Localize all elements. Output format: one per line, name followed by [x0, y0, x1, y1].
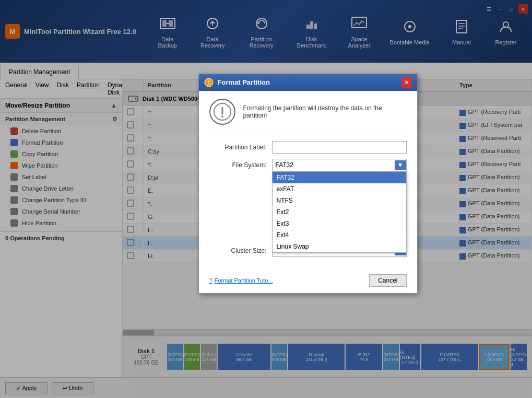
dialog-warning: Formating the partition will destroy the… — [209, 99, 407, 133]
dialog-close-button[interactable]: ✕ — [401, 77, 412, 88]
dialog-footer: ? Format Partition Tuto... Cancel — [199, 270, 417, 293]
dropdown-option-ext2[interactable]: Ext2 — [273, 206, 406, 218]
file-system-value: FAT32 — [276, 161, 393, 169]
dialog-buttons: Cancel — [369, 274, 406, 287]
dialog-body: Formating the partition will destroy the… — [199, 91, 417, 270]
file-system-label: File System: — [209, 161, 267, 169]
svg-point-31 — [221, 115, 223, 118]
warning-icon — [209, 99, 235, 125]
form-row-partition-label: Partition Label: — [209, 141, 407, 154]
dialog-titlebar: ! Format Partition ✕ — [199, 74, 417, 91]
dropdown-option-ext4[interactable]: Ext4 — [273, 229, 406, 241]
dialog-title: Format Partition — [218, 78, 270, 86]
svg-text:!: ! — [208, 79, 210, 86]
cluster-size-label: Cluster Size: — [209, 247, 267, 254]
form-row-filesystem: File System: FAT32 ▼ FAT32 exFAT NTFS Ex… — [209, 159, 407, 171]
dropdown-option-fat32[interactable]: FAT32 — [273, 172, 406, 183]
dropdown-option-linux-swap[interactable]: Linux Swap — [273, 241, 406, 252]
dropdown-option-ntfs[interactable]: NTFS — [273, 195, 406, 206]
tutorial-link[interactable]: ? Format Partition Tuto... — [209, 277, 273, 284]
format-partition-dialog: ! Format Partition ✕ Formating the parti… — [198, 74, 418, 294]
file-system-dropdown: FAT32 exFAT NTFS Ext2 Ext3 Ext4 Linux Sw… — [272, 171, 407, 253]
partition-label-label: Partition Label: — [209, 144, 267, 151]
dropdown-arrow-icon: ▼ — [395, 160, 406, 170]
dropdown-option-ext3[interactable]: Ext3 — [273, 218, 406, 229]
dialog-overlay: ! Format Partition ✕ Formating the parti… — [0, 0, 532, 398]
dialog-title-left: ! Format Partition — [204, 78, 270, 87]
cancel-button[interactable]: Cancel — [369, 274, 406, 287]
dialog-warning-text: Formating the partition will destroy the… — [243, 104, 407, 119]
file-system-select[interactable]: FAT32 ▼ — [272, 159, 407, 171]
tutorial-link-label: Format Partition Tuto... — [215, 277, 273, 284]
dropdown-option-exfat[interactable]: exFAT — [273, 183, 406, 195]
file-system-select-container: FAT32 ▼ FAT32 exFAT NTFS Ext2 Ext3 Ext4 … — [272, 159, 407, 171]
partition-label-input[interactable] — [272, 141, 407, 154]
